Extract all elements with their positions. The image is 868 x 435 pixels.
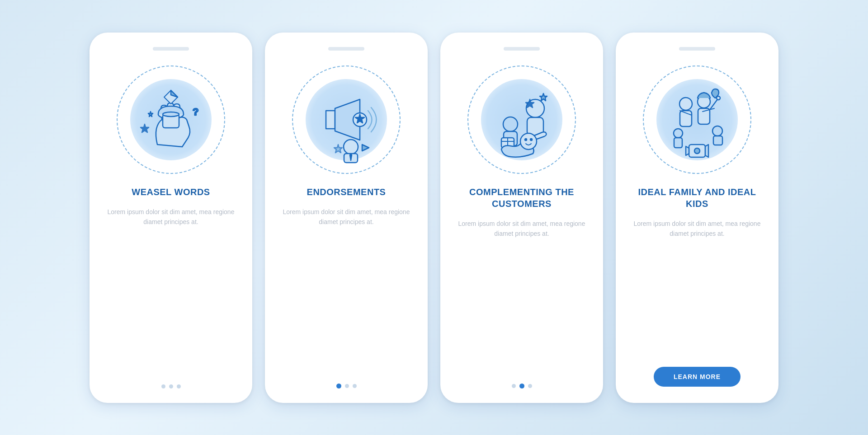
svg-marker-17: [540, 94, 547, 101]
phone-card-ideal-family: IDEAL FAMILY AND IDEAL KIDS Lorem ipsum …: [616, 33, 778, 403]
phone-notch: [504, 47, 540, 51]
illustration-ideal-family: [636, 59, 758, 181]
card-body-endorsements: Lorem ipsum dolor sit dim amet, mea regi…: [278, 207, 415, 227]
dot-3: [353, 384, 357, 388]
svg-rect-35: [713, 136, 722, 145]
svg-marker-6: [148, 112, 153, 117]
svg-point-23: [520, 133, 537, 150]
svg-marker-37: [686, 146, 689, 155]
svg-point-4: [163, 112, 179, 117]
dot-3: [528, 384, 532, 388]
ideal-family-icon: [652, 75, 742, 165]
dots-complementing: [512, 371, 532, 388]
card-title-weasel-words: WEASEL WORDS: [132, 186, 210, 198]
svg-marker-5: [141, 124, 149, 132]
svg-point-34: [712, 126, 722, 136]
svg-marker-12: [362, 145, 369, 151]
phone-notch: [679, 47, 715, 51]
card-title-endorsements: ENDORSEMENTS: [307, 186, 386, 198]
dots-endorsements: [336, 371, 357, 388]
card-title-complementing: COMPLEMENTING THE CUSTOMERS: [453, 186, 590, 210]
svg-point-25: [530, 139, 532, 140]
weasel-words-icon: ?: [126, 75, 216, 165]
phone-card-endorsements: ENDORSEMENTS Lorem ipsum dolor sit dim a…: [265, 33, 428, 403]
svg-point-24: [525, 139, 527, 140]
complementing-icon: [476, 75, 567, 165]
phone-card-complementing: COMPLEMENTING THE CUSTOMERS Lorem ipsum …: [440, 33, 603, 403]
svg-rect-33: [674, 138, 682, 148]
illustration-weasel-words: ?: [110, 59, 232, 181]
illustration-endorsements: [285, 59, 407, 181]
card-body-weasel-words: Lorem ipsum dolor sit dim amet, mea regi…: [102, 207, 240, 227]
svg-point-31: [717, 96, 720, 100]
phone-card-weasel-words: ? WEASEL WORDS Lorem ipsum dolor sit dim…: [90, 33, 252, 403]
cards-container: ? WEASEL WORDS Lorem ipsum dolor sit dim…: [90, 33, 778, 403]
card-body-ideal-family: Lorem ipsum dolor sit dim amet, mea regi…: [628, 219, 766, 239]
dot-2: [519, 384, 524, 388]
dot-1: [336, 384, 341, 388]
dot-3: [177, 384, 181, 388]
dot-1: [512, 384, 516, 388]
dot-1: [161, 384, 165, 388]
svg-marker-38: [705, 145, 708, 157]
phone-notch: [328, 47, 364, 51]
svg-point-10: [344, 140, 358, 154]
svg-marker-13: [334, 145, 342, 153]
svg-point-39: [694, 148, 700, 154]
endorsements-icon: [301, 75, 392, 165]
svg-point-18: [503, 117, 518, 131]
learn-more-button[interactable]: LEARN MORE: [654, 367, 741, 387]
svg-point-32: [674, 129, 683, 138]
phone-notch: [153, 47, 189, 51]
dots-weasel-words: [161, 372, 181, 388]
illustration-complementing: [461, 59, 583, 181]
svg-text:?: ?: [193, 106, 198, 117]
svg-point-26: [679, 98, 692, 110]
dot-2: [345, 384, 349, 388]
card-title-ideal-family: IDEAL FAMILY AND IDEAL KIDS: [628, 186, 766, 210]
card-body-complementing: Lorem ipsum dolor sit dim amet, mea regi…: [453, 219, 590, 239]
dot-2: [169, 384, 173, 388]
